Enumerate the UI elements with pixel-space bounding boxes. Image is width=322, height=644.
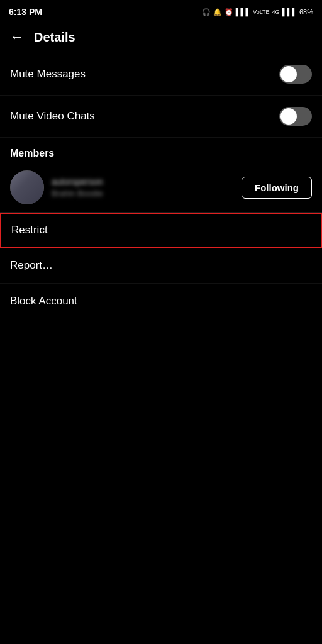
headphone-icon: 🎧	[202, 8, 211, 16]
header: ← Details	[0, 23, 322, 53]
4g-icon: 4G	[272, 9, 280, 15]
member-username: autorsperson	[52, 177, 242, 187]
status-time: 6:13 PM	[9, 7, 42, 17]
status-bar: 6:13 PM 🎧 🔔 ⏰ ▌▌▌ VoLTE 4G ▌▌▌ 68%	[0, 0, 322, 23]
block-account-item[interactable]: Block Account	[0, 284, 322, 319]
back-button[interactable]: ←	[10, 29, 24, 45]
battery-icon: 68%	[299, 8, 313, 16]
member-info: autorsperson Brahin Boodie	[52, 177, 242, 198]
status-icons: 🎧 🔔 ⏰ ▌▌▌ VoLTE 4G ▌▌▌ 68%	[202, 8, 313, 16]
volte-icon: VoLTE	[253, 9, 269, 15]
page-title: Details	[34, 30, 75, 45]
member-display-name: Brahin Boodie	[52, 189, 242, 198]
mute-messages-row: Mute Messages	[0, 53, 322, 96]
mute-video-chats-row: Mute Video Chats	[0, 96, 322, 138]
alarm-icon: ⏰	[225, 8, 233, 16]
member-row: autorsperson Brahin Boodie Following	[0, 165, 322, 213]
mute-video-chats-toggle[interactable]	[279, 107, 312, 126]
signal-icon-2: ▌▌▌	[282, 8, 297, 16]
report-item[interactable]: Report…	[0, 248, 322, 284]
mute-video-chats-label: Mute Video Chats	[10, 110, 95, 123]
mute-messages-toggle[interactable]	[279, 65, 312, 84]
member-avatar	[10, 170, 44, 204]
members-section-label: Members	[0, 138, 322, 165]
mute-messages-label: Mute Messages	[10, 68, 86, 80]
signal-icon: ▌▌▌	[236, 8, 250, 16]
restrict-item[interactable]: Restrict	[0, 213, 322, 248]
avatar-image	[10, 170, 44, 204]
mute-video-chats-knob	[280, 108, 297, 125]
following-button[interactable]: Following	[242, 177, 312, 199]
notification-icon: 🔔	[213, 8, 222, 16]
mute-messages-knob	[280, 66, 297, 82]
